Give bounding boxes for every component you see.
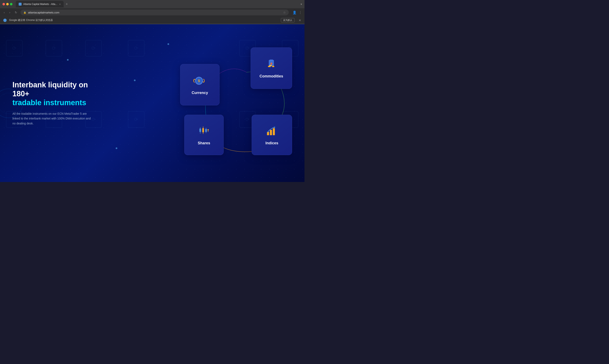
watermark-5: ⟳ — [85, 40, 102, 56]
indices-label: Indices — [265, 141, 278, 145]
hero-title: Interbank liquidity on 180+ tradable ins… — [13, 80, 91, 107]
address-bar[interactable]: 🔒 atlantacapitalmarkets.com ☆ — [21, 10, 289, 15]
window-controls — [2, 3, 13, 5]
shares-label: Shares — [198, 141, 210, 145]
hero-description: All the tradable instruments on our ECN … — [13, 111, 91, 126]
currency-card[interactable]: $ Currency — [180, 64, 220, 105]
tab-bar: Atlanta Capital Markets - Atla... ✕ + — [16, 1, 299, 7]
tab-title: Atlanta Capital Markets - Atla... — [23, 3, 57, 6]
notification-favicon — [3, 19, 7, 22]
notification-close-button[interactable]: ✕ — [299, 19, 301, 22]
shares-icon — [197, 124, 211, 138]
notification-bar: Google 建议将 Chrome 设为默认浏览器 设为默认 ✕ — [0, 17, 304, 24]
commodities-icon — [265, 58, 278, 71]
shares-card[interactable]: Shares — [184, 115, 224, 155]
svg-point-27 — [208, 129, 209, 130]
active-tab[interactable]: Atlanta Capital Markets - Atla... ✕ — [16, 1, 64, 7]
website-content: ⟳ ⟳ ⟳ ⟳ ⟳ ⟳ ⟳ ⟳ ⟳ ⟳ ⟳ ⟳ Interbank liquid… — [0, 24, 304, 182]
svg-text:$: $ — [198, 79, 200, 83]
watermark-3: ⟳ — [46, 40, 62, 56]
svg-rect-18 — [199, 129, 201, 132]
tab-favicon — [19, 3, 22, 6]
new-tab-button[interactable]: + — [64, 2, 70, 6]
left-content: Interbank liquidity on 180+ tradable ins… — [0, 80, 104, 126]
deco-dot-3 — [167, 43, 169, 45]
nav-icons: 👤 ⋮ — [292, 11, 302, 14]
browser-dropdown-button[interactable]: ▾ — [301, 2, 302, 6]
lock-icon: 🔒 — [23, 11, 26, 14]
indices-card[interactable]: Indices — [252, 115, 292, 155]
url-text: atlantacapitalmarkets.com — [28, 11, 281, 14]
back-button[interactable]: ‹ — [2, 10, 6, 15]
svg-rect-15 — [270, 130, 272, 135]
refresh-button[interactable]: ↻ — [14, 10, 18, 15]
deco-dot-4 — [67, 59, 69, 61]
close-button[interactable] — [2, 3, 5, 5]
watermark-8: ⟳ — [128, 111, 144, 128]
deco-dot-1 — [134, 79, 136, 81]
svg-rect-21 — [202, 128, 204, 132]
svg-rect-6 — [270, 60, 273, 60]
profile-icon[interactable]: 👤 — [292, 11, 297, 14]
svg-rect-24 — [205, 129, 207, 132]
maximize-button[interactable] — [10, 3, 13, 5]
svg-rect-16 — [273, 128, 275, 135]
forward-button[interactable]: › — [8, 10, 12, 15]
bookmark-icon[interactable]: ☆ — [283, 11, 286, 14]
currency-icon: $ — [193, 74, 207, 87]
minimize-button[interactable] — [6, 3, 9, 5]
watermark-7: ⟳ — [128, 40, 144, 56]
svg-rect-10 — [272, 66, 274, 67]
hero-title-line1: Interbank liquidity on 180+ — [13, 80, 88, 98]
currency-label: Currency — [192, 91, 208, 95]
notification-action-button[interactable]: 设为默认 — [281, 18, 294, 22]
indices-icon — [265, 124, 278, 138]
watermark-1: ⟳ — [6, 40, 23, 56]
commodities-label: Commodities — [260, 74, 283, 78]
tab-close-button[interactable]: ✕ — [59, 3, 61, 5]
commodities-card[interactable]: Commodities — [251, 47, 292, 89]
nav-bar: ‹ › ↻ 🔒 atlantacapitalmarkets.com ☆ 👤 ⋮ — [0, 8, 304, 17]
instruments-section: Commodities $ Currency — [180, 47, 296, 159]
title-bar: Atlanta Capital Markets - Atla... ✕ + ▾ — [0, 0, 304, 8]
deco-dot-2 — [116, 147, 117, 149]
notification-text: Google 建议将 Chrome 设为默认浏览器 — [9, 18, 278, 22]
hero-title-line2: tradable instruments — [13, 98, 86, 107]
svg-rect-9 — [269, 65, 272, 66]
browser-chrome: Atlanta Capital Markets - Atla... ✕ + ▾ … — [0, 0, 304, 24]
menu-icon[interactable]: ⋮ — [299, 11, 302, 14]
